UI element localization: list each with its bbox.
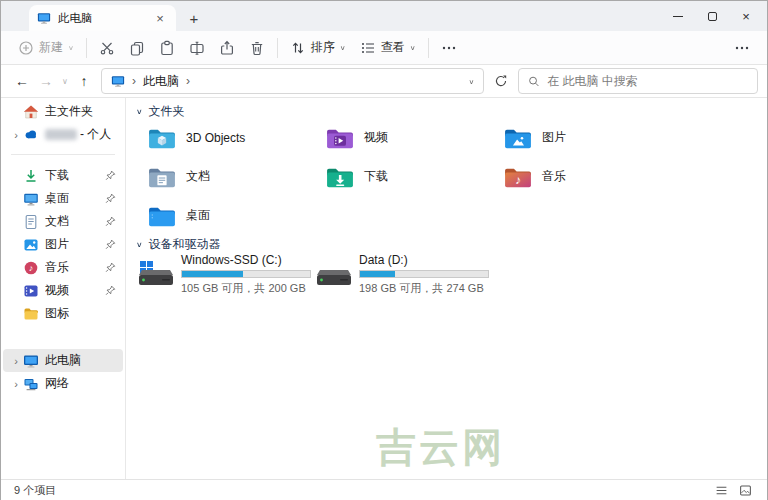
- view-icon: [360, 40, 376, 56]
- large-icons-view-button[interactable]: [736, 482, 754, 498]
- chevron-down-icon: ∨: [410, 44, 416, 51]
- drive-usage-bar: [181, 270, 311, 278]
- chevron-right-icon[interactable]: ›: [186, 74, 190, 88]
- redacted-account-name: [45, 129, 77, 140]
- drive-capacity-text: 105 GB 可用，共 200 GB: [181, 281, 308, 296]
- address-bar-row: ← → ∨ ↑ › 此电脑 › ∨: [1, 65, 767, 98]
- video-icon: [23, 283, 39, 299]
- paste-icon: [159, 40, 175, 56]
- drive-item-d[interactable]: Data (D:) 198 GB 可用，共 274 GB: [312, 250, 490, 299]
- svg-text:♪: ♪: [29, 263, 34, 273]
- folder-item-pictures[interactable]: 图片: [500, 121, 678, 155]
- drive-name: Data (D:): [359, 253, 486, 267]
- status-bar: 9 个项目: [1, 479, 767, 500]
- new-button[interactable]: 新建 ∨: [11, 34, 81, 62]
- search-icon: [528, 75, 540, 88]
- title-bar: 此电脑 × + ×: [1, 1, 767, 31]
- toolbar-separator: [86, 38, 87, 58]
- tab-title: 此电脑: [58, 11, 145, 26]
- picture-icon: [23, 237, 39, 253]
- tab-this-pc[interactable]: 此电脑 ×: [29, 5, 176, 31]
- folder-item-documents[interactable]: 文档: [144, 160, 322, 194]
- share-button[interactable]: [212, 34, 242, 62]
- folder-item-videos[interactable]: 视频: [322, 121, 500, 155]
- folder-item-music[interactable]: ♪ 音乐: [500, 160, 678, 194]
- maximize-button[interactable]: [695, 1, 729, 31]
- sidebar-item-network[interactable]: › 网络: [3, 372, 123, 395]
- ellipsis-icon: [441, 40, 457, 56]
- collapse-chevron-icon[interactable]: ∨: [136, 241, 143, 249]
- desktop-icon: [23, 191, 39, 207]
- view-button[interactable]: 查看 ∨: [353, 34, 423, 62]
- breadcrumb[interactable]: › 此电脑 › ∨: [101, 68, 484, 94]
- breadcrumb-this-pc[interactable]: 此电脑: [143, 73, 179, 90]
- folder-name: 3D Objects: [186, 131, 245, 145]
- sidebar-item-onedrive[interactable]: › - 个人: [3, 123, 123, 146]
- back-button[interactable]: ←: [10, 69, 34, 93]
- delete-button[interactable]: [242, 34, 272, 62]
- expand-chevron-icon[interactable]: ›: [9, 129, 23, 141]
- this-pc-icon: [37, 11, 51, 25]
- folder-name: 视频: [364, 129, 388, 146]
- details-view-button[interactable]: [712, 482, 730, 498]
- sidebar-item-icons-folder[interactable]: 图标: [3, 302, 123, 325]
- sidebar-item-label: - 个人: [80, 126, 111, 143]
- items-count: 9 个项目: [14, 483, 56, 498]
- rename-button[interactable]: [182, 34, 212, 62]
- drive-usage-fill: [360, 271, 395, 277]
- view-toggles: [712, 482, 754, 498]
- forward-button[interactable]: →: [34, 69, 58, 93]
- recent-locations-chevron-icon[interactable]: ∨: [58, 69, 72, 93]
- up-button[interactable]: ↑: [72, 69, 96, 93]
- circle-plus-icon: [18, 40, 34, 56]
- expand-chevron-icon[interactable]: ›: [9, 355, 23, 367]
- sidebar-item-label: 主文件夹: [45, 103, 93, 120]
- minimize-icon: [673, 16, 683, 17]
- folder-item-desktop[interactable]: 桌面: [144, 199, 322, 233]
- sidebar-item-documents[interactable]: 文档: [3, 210, 123, 233]
- folder-name: 文档: [186, 168, 210, 185]
- sidebar-item-videos[interactable]: 视频: [3, 279, 123, 302]
- sidebar-item-this-pc[interactable]: › 此电脑: [3, 349, 123, 372]
- system-drive-icon: [138, 260, 174, 288]
- search-input[interactable]: [547, 74, 748, 88]
- paste-button[interactable]: [152, 34, 182, 62]
- sidebar-item-label: 视频: [45, 282, 69, 299]
- sidebar-item-label: 文档: [45, 213, 69, 230]
- folder-item-3d-objects[interactable]: 3D Objects: [144, 121, 322, 155]
- folder-item-downloads[interactable]: 下载: [322, 160, 500, 194]
- sidebar-item-downloads[interactable]: 下载: [3, 164, 123, 187]
- search-box[interactable]: [518, 68, 758, 94]
- copy-button[interactable]: [122, 34, 152, 62]
- chevron-down-icon: ∨: [340, 44, 346, 51]
- see-more-button[interactable]: [434, 34, 464, 62]
- drive-item-c[interactable]: Windows-SSD (C:) 105 GB 可用，共 200 GB: [134, 250, 312, 299]
- sidebar-item-label: 图标: [45, 305, 69, 322]
- sort-button-label: 排序: [311, 39, 335, 56]
- sidebar-item-desktop[interactable]: 桌面: [3, 187, 123, 210]
- folder-name: 音乐: [542, 168, 566, 185]
- address-dropdown-icon[interactable]: ∨: [469, 77, 475, 84]
- sort-icon: [290, 40, 306, 56]
- close-button[interactable]: ×: [729, 1, 763, 31]
- cut-button[interactable]: [92, 34, 122, 62]
- sort-button[interactable]: 排序 ∨: [283, 34, 353, 62]
- sidebar-item-music[interactable]: ♪ 音乐: [3, 256, 123, 279]
- details-pane-more-button[interactable]: [727, 34, 757, 62]
- folder-name: 桌面: [186, 207, 210, 224]
- tab-close-icon[interactable]: ×: [152, 10, 168, 26]
- minimize-button[interactable]: [661, 1, 695, 31]
- folder-desktop-icon: [147, 204, 177, 228]
- window-controls: ×: [661, 1, 763, 31]
- expand-chevron-icon[interactable]: ›: [9, 378, 23, 390]
- sidebar-item-pictures[interactable]: 图片: [3, 233, 123, 256]
- sidebar-item-label: 下载: [45, 167, 69, 184]
- new-tab-button[interactable]: +: [183, 7, 205, 29]
- collapse-chevron-icon[interactable]: ∨: [136, 108, 143, 116]
- copy-icon: [129, 40, 145, 56]
- drive-usage-bar: [359, 270, 489, 278]
- sidebar-item-home[interactable]: 主文件夹: [3, 100, 123, 123]
- drives-row: Windows-SSD (C:) 105 GB 可用，共 200 GB: [134, 250, 490, 299]
- refresh-button[interactable]: [489, 69, 513, 93]
- view-button-label: 查看: [381, 39, 405, 56]
